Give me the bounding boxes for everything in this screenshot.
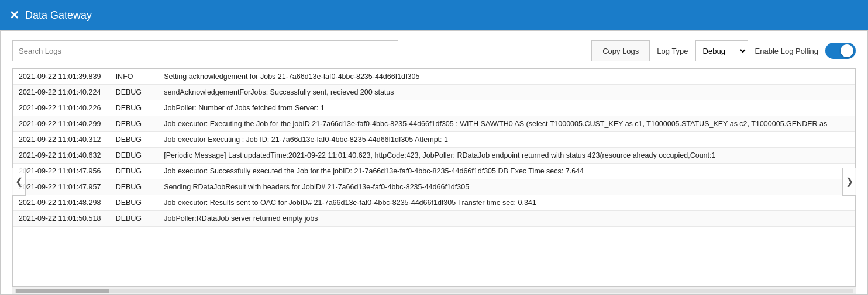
log-level: DEBUG bbox=[110, 116, 159, 132]
log-row: 2021-09-22 11:01:40.312DEBUGJob executor… bbox=[13, 132, 855, 148]
log-level: DEBUG bbox=[110, 164, 159, 179]
log-table: 2021-09-22 11:01:39.839INFOSetting ackno… bbox=[13, 69, 855, 227]
scroll-track bbox=[15, 289, 853, 293]
log-type-select[interactable]: Debug Info Warning Error bbox=[695, 40, 748, 61]
log-timestamp: 2021-09-22 11:01:48.298 bbox=[13, 195, 110, 211]
log-level: DEBUG bbox=[110, 211, 159, 227]
nav-arrow-left[interactable]: ❮ bbox=[12, 168, 26, 196]
log-timestamp: 2021-09-22 11:01:40.632 bbox=[13, 148, 110, 164]
search-input[interactable] bbox=[12, 40, 398, 61]
log-timestamp: 2021-09-22 11:01:40.312 bbox=[13, 132, 110, 148]
app-icon: ✕ bbox=[9, 8, 19, 22]
log-timestamp: 2021-09-22 11:01:47.957 bbox=[13, 179, 110, 195]
log-level: DEBUG bbox=[110, 195, 159, 211]
log-message: Job executor: Executing the Job for the … bbox=[158, 116, 855, 132]
log-message: Job executor: Successfully executed the … bbox=[158, 164, 855, 179]
log-row: 2021-09-22 11:01:40.224DEBUGsendAcknowle… bbox=[13, 85, 855, 100]
log-row: 2021-09-22 11:01:39.839INFOSetting ackno… bbox=[13, 69, 855, 85]
chevron-left-icon: ❮ bbox=[15, 176, 23, 187]
horizontal-scrollbar[interactable] bbox=[12, 286, 856, 294]
nav-arrow-right[interactable]: ❯ bbox=[842, 168, 856, 196]
log-timestamp: 2021-09-22 11:01:40.224 bbox=[13, 85, 110, 100]
log-scroll-area[interactable]: 2021-09-22 11:01:39.839INFOSetting ackno… bbox=[13, 69, 855, 286]
log-type-label: Log Type bbox=[657, 47, 688, 55]
log-row: 2021-09-22 11:01:47.957DEBUGSending RDat… bbox=[13, 179, 855, 195]
chevron-right-icon: ❯ bbox=[846, 176, 853, 187]
log-message: JobPoller:RDataJob server returned empty… bbox=[158, 211, 855, 227]
log-row: 2021-09-22 11:01:50.518DEBUGJobPoller:RD… bbox=[13, 211, 855, 227]
log-message: [Periodic Message] Last updatedTime:2021… bbox=[158, 148, 855, 164]
log-message: Sending RDataJobResult with headers for … bbox=[158, 179, 855, 195]
main-content: Copy Logs Log Type Debug Info Warning Er… bbox=[0, 30, 868, 295]
log-timestamp: 2021-09-22 11:01:50.518 bbox=[13, 211, 110, 227]
log-row: 2021-09-22 11:01:40.299DEBUGJob executor… bbox=[13, 116, 855, 132]
log-timestamp: 2021-09-22 11:01:47.956 bbox=[13, 164, 110, 179]
log-timestamp: 2021-09-22 11:01:39.839 bbox=[13, 69, 110, 85]
enable-polling-toggle[interactable] bbox=[825, 43, 856, 59]
log-message: Job executor: Results sent to OAC for Jo… bbox=[158, 195, 855, 211]
enable-polling-label: Enable Log Polling bbox=[755, 47, 818, 55]
log-message: sendAcknowledgementForJobs: Successfully… bbox=[158, 85, 855, 100]
log-timestamp: 2021-09-22 11:01:40.299 bbox=[13, 116, 110, 132]
log-timestamp: 2021-09-22 11:01:40.226 bbox=[13, 100, 110, 116]
log-level: INFO bbox=[110, 69, 159, 85]
log-row: 2021-09-22 11:01:48.298DEBUGJob executor… bbox=[13, 195, 855, 211]
log-level: DEBUG bbox=[110, 132, 159, 148]
log-level: DEBUG bbox=[110, 85, 159, 100]
log-row: 2021-09-22 11:01:40.632DEBUG[Periodic Me… bbox=[13, 148, 855, 164]
log-row: 2021-09-22 11:01:40.226DEBUGJobPoller: N… bbox=[13, 100, 855, 116]
log-level: DEBUG bbox=[110, 100, 159, 116]
scroll-thumb[interactable] bbox=[16, 289, 109, 293]
log-message: JobPoller: Number of Jobs fetched from S… bbox=[158, 100, 855, 116]
log-row: 2021-09-22 11:01:47.956DEBUGJob executor… bbox=[13, 164, 855, 179]
toolbar: Copy Logs Log Type Debug Info Warning Er… bbox=[12, 40, 856, 61]
app-title: Data Gateway bbox=[25, 9, 92, 22]
log-level: DEBUG bbox=[110, 179, 159, 195]
log-message: Job executor Executing : Job ID: 21-7a66… bbox=[158, 132, 855, 148]
title-bar: ✕ Data Gateway bbox=[0, 0, 868, 30]
log-area: 2021-09-22 11:01:39.839INFOSetting ackno… bbox=[12, 68, 856, 286]
log-level: DEBUG bbox=[110, 148, 159, 164]
copy-logs-button[interactable]: Copy Logs bbox=[591, 40, 650, 61]
log-message: Setting acknowledgement for Jobs 21-7a66… bbox=[158, 69, 855, 85]
